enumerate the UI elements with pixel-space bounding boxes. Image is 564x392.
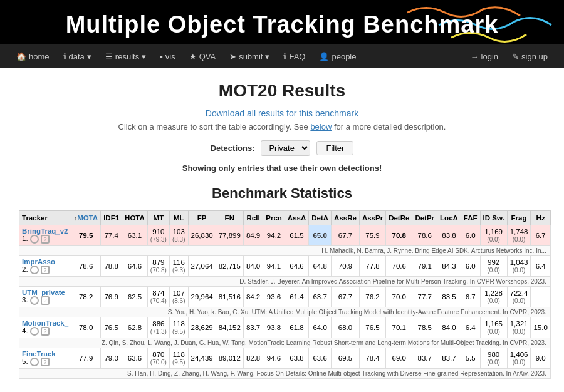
page-title: MOT20 Results	[19, 81, 545, 101]
question-icon[interactable]: ?	[41, 235, 50, 244]
tracker-link[interactable]: BringTraq_v2	[22, 227, 68, 235]
circle-icon[interactable]	[30, 358, 39, 366]
assre-val: 69.5	[332, 348, 360, 369]
nav-results[interactable]: ☰ results ▾	[99, 48, 152, 65]
col-deta[interactable]: DetA	[309, 211, 332, 225]
prcn-val: 93.6	[263, 287, 285, 307]
citation-text: H. Mahadik, N. Bamra, J. Rynne. Bring Ed…	[19, 246, 551, 256]
assre-val: 67.7	[332, 225, 360, 246]
loca-val: 83.7	[437, 348, 461, 369]
tracker-cell: ImprAsso 2. ?	[19, 256, 71, 277]
col-fp[interactable]: FP	[188, 211, 216, 225]
rank-number: 5.	[22, 358, 28, 365]
citation-text: D. Stadler, J. Beyerer. An Improved Asso…	[19, 277, 551, 287]
question-icon[interactable]: ?	[41, 266, 50, 274]
table-row: MotionTrack_ 4. ? 78.076.562.8886(71.3)1…	[19, 317, 551, 338]
submit-dropdown-icon: ▾	[265, 52, 269, 61]
star-icon: ★	[189, 52, 197, 61]
mt-val: 870(70.0)	[147, 348, 169, 369]
nav-people[interactable]: 👤 people	[313, 48, 362, 65]
tracker-link[interactable]: ImprAsso	[22, 258, 55, 266]
detections-select[interactable]: Private Public	[261, 140, 310, 156]
circle-icon[interactable]	[30, 327, 39, 336]
nav-qva[interactable]: ★ QVA	[183, 48, 222, 65]
col-frag[interactable]: Frag	[507, 211, 531, 225]
tracker-link[interactable]: FineTrack	[22, 350, 56, 358]
col-mota[interactable]: ↑MOTA	[71, 211, 101, 225]
question-icon[interactable]: ?	[41, 296, 50, 305]
nav-faq[interactable]: ℹ FAQ	[277, 48, 311, 65]
question-icon[interactable]: ?	[41, 358, 50, 366]
login-icon: →	[471, 52, 479, 61]
col-assa[interactable]: AssA	[285, 211, 308, 225]
detre-val: 70.1	[386, 317, 412, 338]
circle-icon[interactable]	[30, 266, 39, 274]
tracker-link[interactable]: MotionTrack_	[22, 319, 68, 327]
col-asspr[interactable]: AssPr	[359, 211, 385, 225]
main-content: MOT20 Results Download all results for t…	[0, 68, 564, 391]
col-mt[interactable]: MT	[147, 211, 169, 225]
assa-val: 61.5	[285, 225, 308, 246]
col-fn[interactable]: FN	[216, 211, 243, 225]
idf1-val: 78.8	[101, 256, 122, 277]
ml-val: 118(9.5)	[169, 317, 188, 338]
question-icon[interactable]: ?	[41, 327, 50, 336]
col-faf[interactable]: FAF	[461, 211, 480, 225]
col-loca[interactable]: LocA	[437, 211, 461, 225]
filter-button[interactable]: Filter	[316, 141, 353, 155]
nav-home[interactable]: 🏠 home	[10, 48, 56, 65]
download-link[interactable]: Download all results for this benchmark	[206, 108, 358, 118]
notice-text: Showing only entries that use their own …	[19, 163, 545, 173]
nav-login-label: login	[481, 52, 498, 61]
frag-val: 1,748(0.0)	[507, 225, 531, 246]
citation-row: S. Han, H. Ding, Z. Zhang, H. Wang, F. W…	[19, 369, 551, 379]
nav-vis-label: vis	[165, 52, 175, 61]
hz-val: 6.4	[531, 256, 550, 277]
benchmark-table: Tracker ↑MOTA IDF1 HOTA MT ML FP FN RcIl…	[19, 210, 551, 379]
rank-number: 4.	[22, 327, 28, 334]
hz-val: 6.7	[531, 225, 550, 246]
prcn-val: 94.2	[263, 225, 285, 246]
nav-signup[interactable]: ✎ sign up	[506, 48, 554, 65]
ml-val: 118(9.5)	[169, 348, 188, 369]
col-ml[interactable]: ML	[169, 211, 188, 225]
col-assre[interactable]: AssRe	[332, 211, 360, 225]
loca-val: 83.5	[437, 287, 461, 307]
hota-val: 62.8	[122, 317, 148, 338]
mota-val: 78.2	[71, 287, 101, 307]
frag-val: 722.4(0.0)	[507, 287, 531, 307]
rank-number: 1.	[22, 235, 28, 242]
nav-data[interactable]: ℹ data ▾	[57, 48, 98, 65]
col-detre[interactable]: DetRe	[386, 211, 412, 225]
nav-submit[interactable]: ➤ submit ▾	[223, 48, 276, 65]
col-hz[interactable]: Hz	[531, 211, 550, 225]
prcn-val: 93.8	[263, 317, 285, 338]
banner: Multiple Object Tracking Benchmark	[0, 0, 564, 44]
faf-val: 5.5	[461, 348, 480, 369]
nav-vis[interactable]: ▪ vis	[154, 48, 182, 65]
circle-icon[interactable]	[30, 296, 39, 305]
col-detpr[interactable]: DetPr	[412, 211, 437, 225]
col-prcn[interactable]: Prcn	[263, 211, 285, 225]
tracker-cell: FineTrack 5. ?	[19, 348, 71, 369]
col-rcil[interactable]: RcIl	[243, 211, 263, 225]
col-idsw[interactable]: ID Sw.	[480, 211, 507, 225]
deta-val: 64.8	[309, 256, 332, 277]
col-idf1[interactable]: IDF1	[101, 211, 122, 225]
below-link[interactable]: below	[310, 122, 332, 132]
idsw-val: 1,169(0.0)	[480, 225, 507, 246]
nav-login[interactable]: → login	[464, 48, 504, 65]
col-tracker[interactable]: Tracker	[19, 211, 71, 225]
mota-val: 78.6	[71, 256, 101, 277]
fp-val: 29,964	[188, 287, 216, 307]
nav-people-label: people	[332, 52, 356, 61]
detpr-val: 78.6	[412, 225, 437, 246]
rcil-val: 82.8	[243, 348, 263, 369]
circle-icon[interactable]	[30, 235, 39, 244]
tracker-link[interactable]: UTM_private	[22, 289, 65, 296]
col-hota[interactable]: HOTA	[122, 211, 148, 225]
fp-val: 26,830	[188, 225, 216, 246]
idf1-val: 79.0	[101, 348, 122, 369]
idsw-val: 980(0.0)	[480, 348, 507, 369]
info-icon: ℹ	[63, 52, 66, 61]
